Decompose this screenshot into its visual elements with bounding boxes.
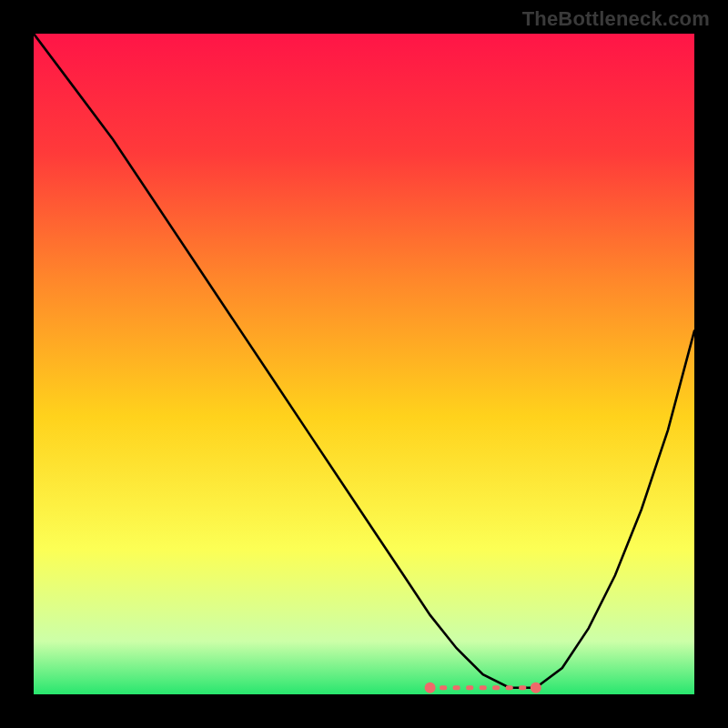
plot-gradient-area [34,34,694,694]
optimal-range-endpoint [425,682,436,693]
optimal-range-dot [506,685,513,690]
optimal-range-dot [453,685,460,690]
chart-frame: TheBottleneck.com [0,0,728,728]
optimal-range-dot [466,685,473,690]
chart-svg [34,34,694,694]
bottleneck-curve-line [34,34,694,688]
optimal-range-dot [440,685,447,690]
optimal-range-dots [425,682,541,693]
optimal-range-endpoint [531,682,541,693]
optimal-range-dot [480,685,487,690]
optimal-range-dot [492,685,500,690]
watermark-text: TheBottleneck.com [522,7,710,31]
optimal-range-dot [519,685,526,690]
